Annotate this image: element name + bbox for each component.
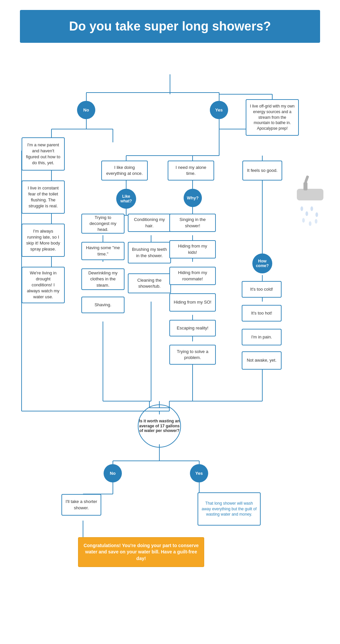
hiding-so-box: Hiding from my SO! [169, 293, 216, 312]
alone-time-box: I need my alone time. [168, 161, 214, 180]
too-hot-box: It's too hot! [242, 305, 282, 322]
feels-good-box: It feels so good. [242, 161, 282, 180]
header-line [0, 74, 340, 94]
off-grid-box: I live off-grid with my own energy sourc… [246, 99, 299, 136]
worth-wasting-circle: Is it worth wasting an average of 17 gal… [138, 404, 181, 448]
svg-point-89 [305, 211, 308, 216]
toilet-fear-box: I live in constant fear of the toilet fl… [22, 180, 65, 214]
svg-rect-87 [304, 175, 309, 183]
how-come-circle: How come? [252, 253, 272, 273]
cleaning-box: Cleaning the shower/tub. [128, 273, 171, 293]
too-cold-box: It's too cold! [242, 281, 282, 298]
hiding-roommate-box: Hiding from my roommate! [169, 267, 216, 285]
svg-rect-85 [297, 189, 323, 200]
always-late-box: I'm always running late, so I skip it! M… [22, 224, 65, 257]
svg-point-92 [302, 218, 305, 223]
shaving-box: Shaving. [81, 297, 125, 313]
problem-box: Trying to solve a problem. [169, 345, 216, 365]
singing-box: Singing in the shower! [169, 214, 216, 232]
svg-point-90 [310, 206, 313, 211]
hiding-kids-box: Hiding from my kids! [169, 240, 216, 258]
new-parent-box: I'm a new parent and haven't figured out… [22, 137, 65, 171]
flowchart: No Yes I live off-grid with my own energ… [0, 43, 340, 644]
shower-icon [287, 169, 333, 235]
in-pain-box: I'm in pain. [242, 329, 282, 345]
why-circle: Why? [184, 189, 202, 207]
no2-circle: No [104, 464, 122, 482]
svg-rect-86 [303, 182, 307, 190]
congratulations-box: Congratulations! You're doing your part … [78, 537, 204, 567]
long-shower-box: That long shower will wash away everythi… [198, 492, 261, 526]
dewrinkling-box: Dewrinkling my clothes in the steam. [81, 268, 125, 290]
drought-box: We're living in drought conditions! I al… [22, 267, 65, 303]
svg-point-94 [315, 219, 317, 224]
page-wrapper: Do you take super long showers? [0, 10, 340, 644]
brushing-box: Brushing my teeth in the shower. [128, 242, 171, 263]
header: Do you take super long showers? [20, 10, 320, 43]
yes2-circle: Yes [190, 464, 208, 482]
yes-circle: Yes [210, 101, 228, 119]
svg-point-88 [300, 206, 303, 211]
escaping-box: Escaping reality! [169, 320, 216, 336]
conditioning-box: Conditioning my hair. [128, 214, 171, 232]
like-what-circle: Like what? [116, 189, 136, 209]
page-title: Do you take super long showers? [40, 19, 300, 34]
like-doing-box: I like doing everything at once. [101, 161, 148, 180]
shorter-shower-box: I'll take a shorter shower. [61, 494, 101, 516]
svg-point-91 [315, 212, 318, 217]
having-me-time-box: Having some "me time." [81, 242, 125, 260]
trying-decongest-box: Trying to decongest my head. [81, 214, 125, 234]
not-awake-box: Not awake, yet. [242, 351, 282, 370]
no-circle: No [77, 101, 95, 119]
svg-point-93 [309, 221, 311, 226]
